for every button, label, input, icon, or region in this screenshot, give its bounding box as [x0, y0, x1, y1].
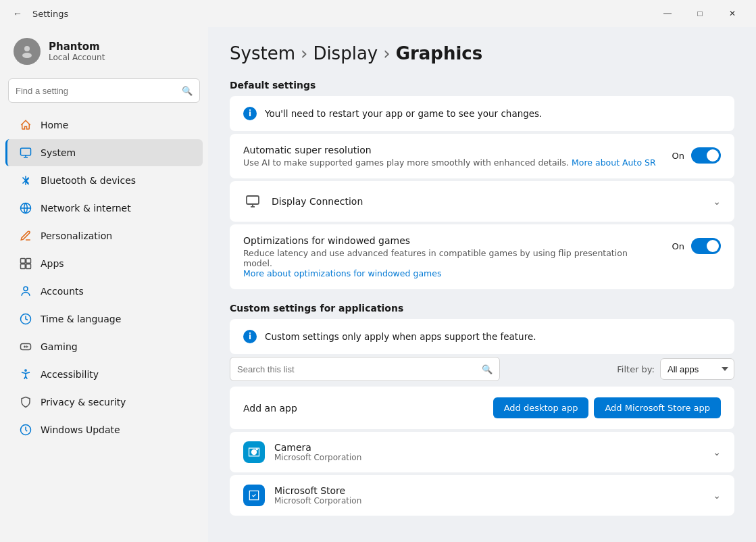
sidebar-item-accounts[interactable]: Accounts	[5, 278, 203, 305]
breadcrumb-sep1: ›	[301, 43, 307, 64]
windows-update-icon	[19, 423, 32, 437]
add-desktop-app-button[interactable]: Add desktop app	[493, 397, 589, 418]
auto-sr-content: Automatic super resolution Use AI to mak…	[243, 145, 659, 168]
auto-sr-link[interactable]: More about Auto SR	[572, 157, 656, 168]
breadcrumb-graphics: Graphics	[396, 43, 483, 64]
breadcrumb-system: System	[230, 43, 295, 64]
windowed-games-desc: Reduce latency and use advanced features…	[243, 248, 659, 278]
window-controls: — □ ✕	[652, 3, 748, 24]
sidebar-item-system[interactable]: System	[5, 139, 203, 166]
windowed-games-toggle-control: On	[672, 238, 721, 254]
app-icon-1	[243, 485, 265, 506]
sidebar-item-privacy[interactable]: Privacy & security	[5, 389, 203, 416]
custom-settings-section: Custom settings for applications i Custo…	[230, 303, 734, 516]
app-icon-0	[243, 441, 265, 463]
breadcrumb-sep2: ›	[383, 43, 390, 64]
apps-icon	[19, 257, 32, 270]
search-apps-input[interactable]	[237, 364, 482, 374]
custom-info-banner: i Custom settings only apply when apps s…	[230, 319, 734, 354]
sidebar-item-gaming[interactable]: Gaming	[5, 333, 203, 360]
svg-point-0	[24, 46, 30, 51]
app-list: Camera Microsoft Corporation ⌄ Microsoft…	[230, 432, 734, 516]
display-icon	[243, 192, 262, 211]
sidebar-item-label-home: Home	[41, 120, 68, 130]
system-icon	[19, 146, 32, 159]
add-app-buttons: Add desktop app Add Microsoft Store app	[493, 397, 721, 418]
window-title: Settings	[32, 9, 647, 19]
svg-point-13	[25, 370, 26, 371]
app-company-0: Microsoft Corporation	[274, 453, 713, 462]
add-app-row: Add an app Add desktop app Add Microsoft…	[230, 387, 734, 429]
windowed-games-toggle[interactable]	[691, 238, 721, 254]
windowed-games-title: Optimizations for windowed games	[243, 235, 659, 246]
svg-rect-8	[21, 264, 26, 269]
app-body: Phantom Local Account 🔍 Home System Blue…	[0, 27, 756, 542]
minimize-button[interactable]: —	[652, 3, 683, 24]
app-company-1: Microsoft Corporation	[274, 496, 713, 506]
sidebar-item-label-accessibility: Accessibility	[41, 369, 99, 380]
sidebar-item-label-apps: Apps	[41, 258, 64, 269]
auto-sr-toggle-label: On	[672, 151, 684, 161]
windowed-games-row: Optimizations for windowed games Reduce …	[230, 224, 734, 289]
add-store-app-button[interactable]: Add Microsoft Store app	[594, 397, 721, 418]
gaming-icon	[19, 340, 32, 353]
svg-point-1	[22, 53, 32, 58]
auto-sr-toggle-control: On	[672, 147, 721, 164]
app-item[interactable]: Microsoft Store Microsoft Corporation ⌄	[230, 475, 734, 516]
svg-rect-9	[26, 264, 31, 269]
sidebar-item-accessibility[interactable]: Accessibility	[5, 361, 203, 388]
custom-info-icon: i	[243, 330, 257, 343]
filter-select[interactable]: All apps Games Apps	[660, 358, 734, 380]
app-info-0: Camera Microsoft Corporation	[274, 442, 713, 462]
app-info-1: Microsoft Store Microsoft Corporation	[274, 485, 713, 506]
maximize-button[interactable]: □	[684, 3, 715, 24]
display-connection-label: Display Connection	[272, 196, 713, 207]
app-name-0: Camera	[274, 442, 713, 453]
sidebar-item-network[interactable]: Network & internet	[5, 195, 203, 222]
personalization-icon	[19, 229, 32, 243]
auto-sr-desc-text: Use AI to make supported games play more…	[243, 157, 569, 168]
sidebar-item-time[interactable]: Time & language	[5, 305, 203, 332]
sidebar-item-home[interactable]: Home	[5, 112, 203, 139]
sidebar-item-windows-update[interactable]: Windows Update	[5, 416, 203, 443]
close-button[interactable]: ✕	[717, 3, 748, 24]
search-apps-icon: 🔍	[482, 364, 493, 374]
search-input[interactable]	[16, 86, 182, 96]
svg-rect-7	[26, 259, 31, 264]
app-name-1: Microsoft Store	[274, 485, 713, 496]
app-chevron-1: ⌄	[713, 490, 721, 501]
search-apps-box[interactable]: 🔍	[230, 357, 500, 381]
chevron-down-icon: ⌄	[713, 196, 721, 207]
sidebar-item-label-system: System	[41, 147, 76, 158]
sidebar-item-label-accounts: Accounts	[41, 286, 84, 297]
svg-point-18	[251, 449, 257, 455]
avatar	[14, 38, 41, 65]
search-box[interactable]: 🔍	[8, 78, 200, 103]
info-banner-restart: i You'll need to restart your app or gam…	[230, 96, 734, 131]
sidebar: Phantom Local Account 🔍 Home System Blue…	[0, 27, 208, 542]
sidebar-item-bluetooth[interactable]: Bluetooth & devices	[5, 167, 203, 194]
sidebar-item-label-personalization: Personalization	[41, 230, 112, 241]
sidebar-item-label-gaming: Gaming	[41, 341, 78, 352]
custom-info-text: Custom settings only apply when apps sup…	[265, 331, 536, 342]
search-icon: 🔍	[182, 86, 193, 96]
title-bar: ← Settings — □ ✕	[0, 0, 756, 27]
sidebar-item-label-bluetooth: Bluetooth & devices	[41, 175, 136, 186]
windowed-games-desc-text: Reduce latency and use advanced features…	[243, 248, 628, 268]
windowed-games-link[interactable]: More about optimizations for windowed ga…	[243, 268, 441, 278]
user-name: Phantom	[49, 41, 105, 53]
info-icon: i	[243, 107, 257, 120]
windowed-games-content: Optimizations for windowed games Reduce …	[243, 235, 659, 278]
back-button[interactable]: ←	[8, 4, 27, 23]
display-connection-row[interactable]: Display Connection ⌄	[230, 181, 734, 222]
sidebar-item-personalization[interactable]: Personalization	[5, 222, 203, 249]
app-item[interactable]: Camera Microsoft Corporation ⌄	[230, 432, 734, 472]
accessibility-icon	[19, 368, 32, 381]
auto-sr-toggle[interactable]	[691, 147, 721, 164]
svg-rect-15	[247, 196, 259, 204]
sidebar-item-apps[interactable]: Apps	[5, 250, 203, 277]
accounts-icon	[19, 285, 32, 298]
sidebar-item-label-network: Network & internet	[41, 203, 131, 214]
sidebar-item-label-time: Time & language	[41, 314, 121, 324]
main-content: System › Display › Graphics Default sett…	[208, 27, 756, 542]
